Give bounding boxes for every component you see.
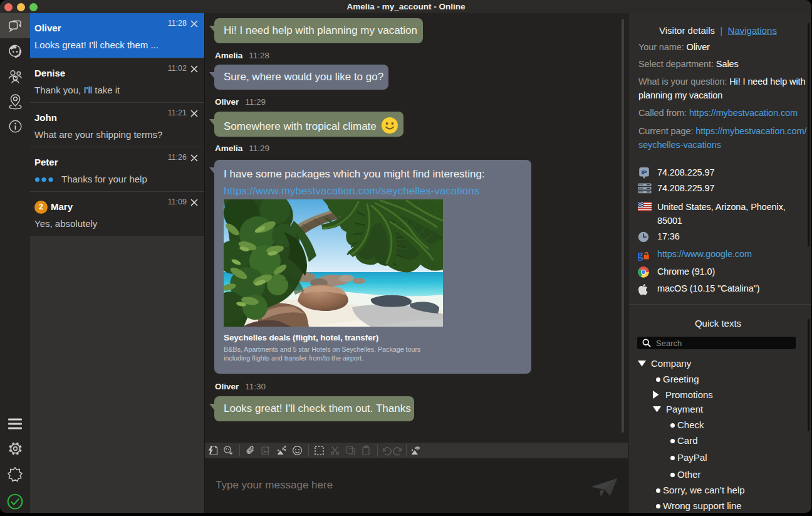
svg-text:g: g (638, 249, 643, 261)
svg-text:IP: IP (642, 169, 647, 176)
